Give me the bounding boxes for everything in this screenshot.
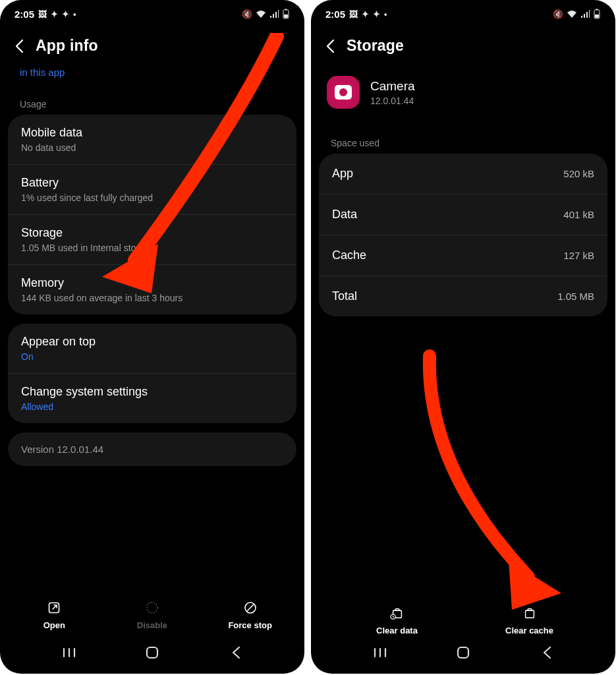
open-label: Open [43,620,65,630]
nav-bar [0,638,304,667]
open-icon [47,601,61,615]
trash-cache-icon [522,606,537,620]
fan-icon: ✦ [373,9,380,19]
clear-data-label: Clear data [376,626,418,635]
svg-rect-15 [458,647,468,658]
battery-icon [282,9,290,19]
picture-icon: 🖼 [38,9,47,19]
row-app: App 520 kB [319,154,607,194]
svg-marker-16 [509,560,561,610]
svg-point-4 [147,602,157,613]
home-button[interactable] [138,644,167,661]
row-title: Storage [21,226,283,240]
svg-rect-14 [525,610,534,618]
dot-icon: • [384,9,387,19]
section-space-label: Space used [311,122,615,154]
wifi-icon [567,10,577,18]
clear-cache-button[interactable]: Clear cache [463,606,596,635]
clear-cache-label: Clear cache [505,626,553,635]
row-title: Appear on top [21,335,283,349]
screen-header: Storage [311,28,615,67]
screen-header: App info [0,28,304,67]
trash-data-icon [390,606,405,620]
force-stop-button[interactable]: Force stop [202,601,298,630]
row-sub: No data used [21,142,283,153]
row-key: Data [332,208,357,221]
page-title: Storage [347,37,404,55]
row-title: Battery [21,176,283,190]
svg-rect-1 [285,9,287,11]
clear-data-button[interactable]: Clear data [331,606,463,635]
arrow-to-clear-cache [390,349,601,613]
status-bar: 2:05 🖼 ✦ ✦ • 🔇 [311,0,615,28]
row-val: 127 kB [563,250,594,261]
row-data: Data 401 kB [319,194,607,235]
page-title: App info [36,37,98,55]
signal-icon [269,10,279,18]
clock: 2:05 [14,9,34,20]
clock: 2:05 [325,9,345,20]
row-key: Cache [332,249,366,262]
space-used-card: App 520 kB Data 401 kB Cache 127 kB Tota… [319,154,607,316]
home-button[interactable] [449,644,478,661]
svg-rect-10 [596,9,598,11]
picture-icon: 🖼 [349,9,358,19]
cutoff-link[interactable]: in this app [0,67,304,83]
disable-icon [145,601,159,615]
row-memory[interactable]: Memory 144 KB used on average in last 3 … [8,265,296,314]
row-sub: 1% used since last fully charged [21,192,283,203]
mute-icon: 🔇 [242,9,252,19]
battery-icon [593,9,601,19]
row-title: Mobile data [21,126,283,140]
camera-app-icon [327,76,360,109]
version-text: Version 12.0.01.44 [21,444,283,455]
app-version: 12.0.01.44 [370,96,415,106]
fan-icon: ✦ [51,9,58,19]
force-stop-label: Force stop [228,620,271,630]
svg-rect-11 [595,15,599,18]
fan-icon: ✦ [362,9,369,19]
section-usage-label: Usage [0,83,304,115]
back-button[interactable] [221,644,250,661]
row-total: Total 1.05 MB [319,276,607,316]
row-version: Version 12.0.01.44 [8,432,296,466]
open-button[interactable]: Open [6,601,103,630]
signal-icon [580,10,590,18]
row-sub: 1.05 MB used in Internal storage [21,243,283,253]
recents-button[interactable] [366,644,395,661]
wifi-icon [256,10,266,18]
bottom-bar: Clear data Clear cache [311,606,615,635]
row-battery[interactable]: Battery 1% used since last fully charged [8,165,296,215]
recents-button[interactable] [55,644,84,661]
bottom-bar: Open Disable Force stop [0,595,304,635]
disable-button: Disable [103,601,200,630]
version-card: Version 12.0.01.44 [8,432,296,466]
app-name: Camera [370,79,415,94]
phone-app-info: 2:05 🖼 ✦ ✦ • 🔇 [0,0,304,674]
row-val: 1.05 MB [557,291,594,302]
force-stop-icon [243,601,258,615]
row-mobile-data[interactable]: Mobile data No data used [8,115,296,165]
fan-icon: ✦ [62,9,69,19]
usage-card: Mobile data No data used Battery 1% used… [8,115,296,314]
row-sub: On [21,351,283,362]
app-header: Camera 12.0.01.44 [311,67,615,122]
row-sub: 144 KB used on average in last 3 hours [21,293,283,303]
status-bar: 2:05 🖼 ✦ ✦ • 🔇 [0,0,304,28]
mute-icon: 🔇 [553,9,563,19]
svg-line-6 [247,604,254,611]
svg-rect-2 [284,15,288,18]
row-key: App [332,167,353,181]
row-storage[interactable]: Storage 1.05 MB used in Internal storage [8,215,296,265]
row-title: Memory [21,276,283,290]
svg-rect-7 [147,647,157,658]
row-appear-on-top[interactable]: Appear on top On [8,324,296,374]
back-icon[interactable] [325,39,335,53]
row-val: 401 kB [563,209,594,220]
row-change-system[interactable]: Change system settings Allowed [8,374,296,423]
back-button[interactable] [532,644,561,661]
row-sub: Allowed [21,401,283,412]
back-icon[interactable] [14,39,24,53]
disable-label: Disable [137,620,167,630]
row-val: 520 kB [563,168,594,179]
